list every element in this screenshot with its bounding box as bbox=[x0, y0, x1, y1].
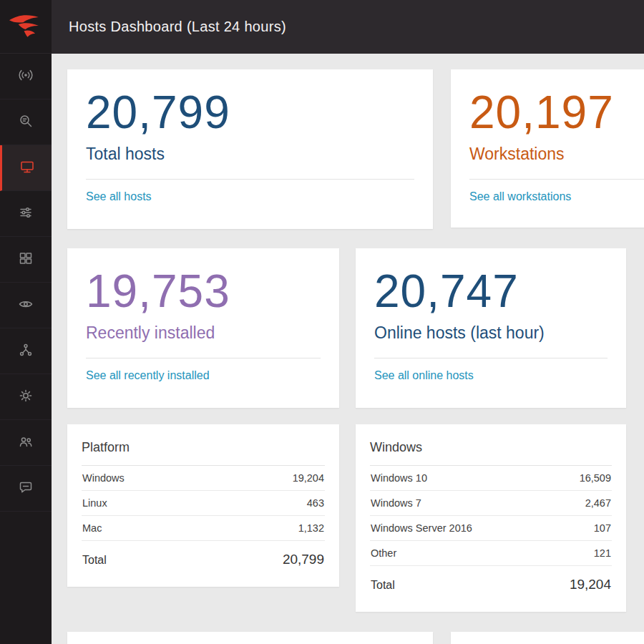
see-all-hosts-link[interactable]: See all hosts bbox=[86, 190, 152, 203]
online-hosts-card: 20,747 Online hosts (last hour) See all … bbox=[356, 248, 626, 408]
row-value: 107 bbox=[594, 522, 611, 534]
see-all-workstations-link[interactable]: See all workstations bbox=[469, 190, 571, 203]
crowdstrike-falcon-logo[interactable] bbox=[0, 0, 52, 54]
top-bar: Hosts Dashboard (Last 24 hours) bbox=[52, 0, 644, 54]
windows-table-card: Windows Windows 10 16,509 Windows 7 2,46… bbox=[356, 424, 626, 612]
broadcast-icon bbox=[18, 67, 34, 86]
divider bbox=[469, 179, 644, 180]
row-value: 463 bbox=[307, 497, 324, 509]
row-value: 19,204 bbox=[293, 472, 324, 484]
recently-installed-value: 19,753 bbox=[86, 267, 321, 316]
grid-icon bbox=[18, 250, 34, 269]
sun-gear-icon bbox=[18, 388, 34, 406]
total-value: 20,799 bbox=[283, 552, 324, 567]
divider bbox=[374, 358, 608, 358]
sidebar bbox=[0, 0, 52, 644]
search-icon bbox=[18, 113, 34, 132]
partial-card-left bbox=[67, 632, 433, 644]
total-hosts-card: 20,799 Total hosts See all hosts bbox=[67, 69, 433, 229]
page-title: Hosts Dashboard (Last 24 hours) bbox=[69, 19, 286, 35]
monitor-icon bbox=[19, 159, 35, 177]
eye-icon bbox=[18, 296, 34, 315]
recently-installed-card: 19,753 Recently installed See all recent… bbox=[67, 248, 339, 408]
total-hosts-value: 20,799 bbox=[86, 88, 414, 137]
sidebar-item-users[interactable] bbox=[0, 420, 52, 466]
sidebar-item-configuration[interactable] bbox=[0, 191, 52, 237]
network-nodes-icon bbox=[18, 342, 34, 361]
row-label: Windows 7 bbox=[371, 497, 421, 509]
row-value: 121 bbox=[594, 547, 611, 559]
sliders-icon bbox=[18, 205, 34, 223]
table-row: Other 121 bbox=[370, 541, 612, 566]
row-label: Other bbox=[371, 547, 396, 559]
divider bbox=[86, 179, 414, 180]
workstations-card: 20,197 Workstations See all workstations bbox=[451, 69, 644, 228]
row-value: 1,132 bbox=[298, 522, 324, 534]
partial-card-right bbox=[451, 632, 644, 644]
sidebar-item-hosts[interactable] bbox=[0, 145, 52, 191]
chat-icon bbox=[18, 479, 34, 498]
row-label: Windows 10 bbox=[371, 472, 427, 484]
sidebar-item-investigate[interactable] bbox=[0, 99, 52, 145]
row-label: Windows bbox=[82, 472, 125, 484]
row-value: 16,509 bbox=[580, 472, 611, 484]
sidebar-item-host-groups[interactable] bbox=[0, 237, 52, 283]
platform-table-card: Platform Windows 19,204 Linux 463 Mac 1,… bbox=[67, 424, 339, 587]
windows-table-title: Windows bbox=[370, 440, 612, 466]
sidebar-item-activity[interactable] bbox=[0, 54, 52, 99]
sidebar-item-settings[interactable] bbox=[0, 374, 52, 420]
sidebar-item-support[interactable] bbox=[0, 466, 52, 512]
table-row: Windows 19,204 bbox=[82, 466, 325, 491]
total-hosts-label: Total hosts bbox=[86, 145, 414, 164]
row-value: 2,467 bbox=[585, 497, 611, 509]
recently-installed-label: Recently installed bbox=[86, 323, 321, 343]
total-value: 19,204 bbox=[570, 577, 611, 592]
workstations-value: 20,197 bbox=[469, 88, 644, 137]
total-label: Total bbox=[371, 579, 395, 592]
row-label: Mac bbox=[82, 522, 102, 534]
see-all-online-hosts-link[interactable]: See all online hosts bbox=[374, 369, 474, 382]
table-total-row: Total 19,204 bbox=[370, 566, 612, 599]
workstations-label: Workstations bbox=[469, 145, 644, 164]
dashboard-content: 20,799 Total hosts See all hosts 20,197 … bbox=[52, 54, 644, 644]
table-row: Windows 7 2,467 bbox=[370, 491, 612, 516]
table-row: Windows 10 16,509 bbox=[370, 466, 612, 491]
table-row: Linux 463 bbox=[82, 491, 325, 516]
platform-table-title: Platform bbox=[82, 440, 325, 466]
divider bbox=[86, 358, 321, 358]
table-total-row: Total 20,799 bbox=[82, 541, 325, 574]
row-label: Linux bbox=[82, 497, 107, 509]
see-all-recently-installed-link[interactable]: See all recently installed bbox=[86, 369, 210, 382]
row-label: Windows Server 2016 bbox=[371, 522, 472, 534]
users-icon bbox=[18, 434, 34, 452]
total-label: Total bbox=[82, 554, 107, 567]
table-row: Windows Server 2016 107 bbox=[370, 516, 612, 541]
online-hosts-value: 20,747 bbox=[374, 267, 608, 316]
sidebar-item-discover[interactable] bbox=[0, 283, 52, 328]
online-hosts-label: Online hosts (last hour) bbox=[374, 323, 608, 343]
sidebar-item-intel[interactable] bbox=[0, 328, 52, 374]
table-row: Mac 1,132 bbox=[82, 516, 325, 541]
